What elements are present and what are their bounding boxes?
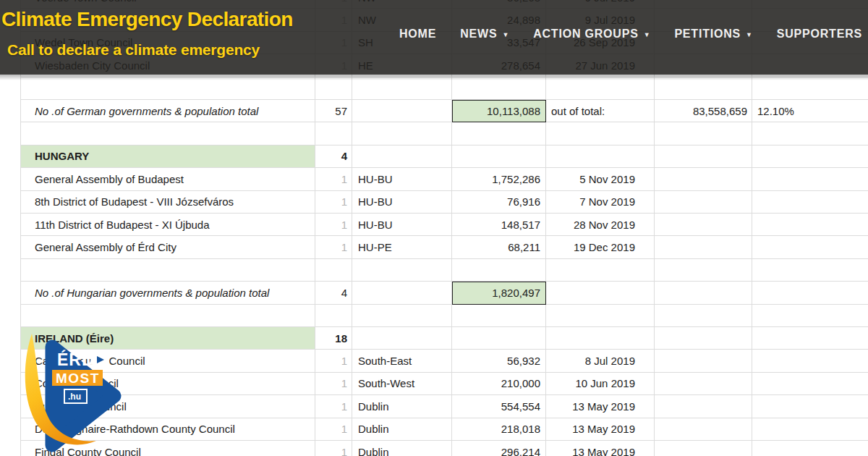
cell-x1[interactable]	[655, 282, 752, 304]
cell-pop[interactable]: 56,932	[452, 350, 546, 372]
cell-x1[interactable]	[655, 236, 752, 258]
cell-name[interactable]	[20, 122, 315, 145]
cell-x2[interactable]	[752, 259, 868, 282]
cell-x1[interactable]	[655, 441, 752, 456]
cell-date[interactable]	[546, 282, 655, 304]
cell-x1[interactable]	[655, 77, 752, 100]
cell-region[interactable]: Dublin	[352, 395, 452, 418]
cell-region[interactable]: South-East	[352, 350, 452, 372]
cell-count[interactable]: 1	[315, 418, 352, 441]
cell-count[interactable]: 1	[315, 373, 352, 395]
cell-region[interactable]: Dublin	[352, 441, 452, 456]
cell-count[interactable]: 1	[315, 168, 352, 190]
cell-region[interactable]	[352, 327, 452, 350]
cell-x1[interactable]	[655, 122, 752, 145]
cell-x2[interactable]	[752, 122, 868, 145]
cell-name[interactable]	[20, 77, 315, 100]
cell-count[interactable]: 1	[315, 236, 352, 258]
cell-date[interactable]: 13 May 2019	[546, 418, 655, 441]
cell-count[interactable]	[315, 305, 352, 327]
nav-item-news[interactable]: NEWS▼	[460, 28, 509, 41]
cell-pop[interactable]: 76,916	[452, 191, 546, 214]
cell-x2[interactable]	[752, 441, 868, 456]
cell-x1[interactable]	[655, 145, 752, 168]
cell-pop[interactable]: 296,214	[452, 441, 546, 456]
cell-x2[interactable]	[752, 395, 868, 418]
cell-x1[interactable]: 83,558,659	[655, 100, 752, 122]
cell-region[interactable]: HU-PE	[352, 236, 452, 258]
nav-item-home[interactable]: HOME	[399, 28, 436, 41]
cell-region[interactable]	[352, 305, 452, 327]
cell-region[interactable]: South-West	[352, 373, 452, 395]
cell-x1[interactable]	[655, 395, 752, 418]
cell-pop[interactable]	[452, 305, 546, 327]
cell-region[interactable]	[352, 145, 452, 168]
cell-x1[interactable]	[655, 214, 752, 236]
cell-x2[interactable]	[752, 350, 868, 372]
cell-pop[interactable]: 1,820,497	[452, 282, 546, 304]
cell-x2[interactable]	[752, 145, 868, 168]
cell-x2[interactable]	[752, 327, 868, 350]
cell-count[interactable]: 1	[315, 191, 352, 214]
cell-pop[interactable]: 10,113,088	[452, 100, 546, 122]
cell-count[interactable]: 4	[315, 282, 352, 304]
cell-region[interactable]	[352, 282, 452, 304]
cell-date[interactable]: 5 Nov 2019	[546, 168, 655, 190]
cell-count[interactable]: 4	[315, 145, 352, 168]
cell-region[interactable]	[352, 122, 452, 145]
cell-name[interactable]: 8th District of Budapest - VIII Józsefvá…	[20, 191, 315, 214]
cell-region[interactable]	[352, 259, 452, 282]
cell-name[interactable]: 11th District of Budapest - XI Újbuda	[20, 214, 315, 236]
cell-date[interactable]: out of total:	[546, 100, 655, 122]
cell-x1[interactable]	[655, 168, 752, 190]
cell-date[interactable]: 13 May 2019	[546, 395, 655, 418]
cell-x2[interactable]	[752, 305, 868, 327]
cell-date[interactable]: 28 Nov 2019	[546, 214, 655, 236]
cell-region[interactable]: HU-BU	[352, 168, 452, 190]
cell-name[interactable]	[20, 305, 315, 327]
cell-region[interactable]: Dublin	[352, 418, 452, 441]
nav-item-supporters[interactable]: SUPPORTERS	[777, 28, 862, 41]
cell-region[interactable]: HU-BU	[352, 214, 452, 236]
cell-x2[interactable]	[752, 418, 868, 441]
cell-date[interactable]: 8 Jul 2019	[546, 350, 655, 372]
cell-x2[interactable]: 12.10%	[752, 100, 868, 122]
cell-count[interactable]	[315, 259, 352, 282]
cell-region[interactable]	[352, 100, 452, 122]
cell-region[interactable]: HU-BU	[352, 191, 452, 214]
cell-x2[interactable]	[752, 168, 868, 190]
cell-pop[interactable]: 148,517	[452, 214, 546, 236]
cell-pop[interactable]: 1,752,286	[452, 168, 546, 190]
cell-date[interactable]: 7 Nov 2019	[546, 191, 655, 214]
cell-x2[interactable]	[752, 373, 868, 395]
cell-x1[interactable]	[655, 350, 752, 372]
cell-pop[interactable]	[452, 145, 546, 168]
cell-date[interactable]	[546, 77, 655, 100]
cell-date[interactable]	[546, 145, 655, 168]
cell-name[interactable]: General Assembly of Budapest	[20, 168, 315, 190]
cell-date[interactable]	[546, 305, 655, 327]
cell-x2[interactable]	[752, 191, 868, 214]
cell-x2[interactable]	[752, 236, 868, 258]
cell-name[interactable]: No .of German governments & population t…	[20, 100, 315, 122]
cell-count[interactable]	[315, 122, 352, 145]
cell-pop[interactable]: 210,000	[452, 373, 546, 395]
cell-date[interactable]: 13 May 2019	[546, 441, 655, 456]
cell-count[interactable]: 1	[315, 350, 352, 372]
cell-pop[interactable]: 554,554	[452, 395, 546, 418]
cell-date[interactable]: 10 Jun 2019	[546, 373, 655, 395]
cell-x1[interactable]	[655, 327, 752, 350]
cell-x2[interactable]	[752, 282, 868, 304]
nav-item-petitions[interactable]: PETITIONS▼	[674, 28, 752, 41]
cell-pop[interactable]	[452, 327, 546, 350]
cell-x1[interactable]	[655, 305, 752, 327]
cell-count[interactable]: 57	[315, 100, 352, 122]
cell-pop[interactable]	[452, 259, 546, 282]
cell-x1[interactable]	[655, 373, 752, 395]
cell-pop[interactable]	[452, 77, 546, 100]
cell-pop[interactable]: 68,211	[452, 236, 546, 258]
cell-x2[interactable]	[752, 77, 868, 100]
cell-name[interactable]: General Assembly of Érd City	[20, 236, 315, 258]
cell-date[interactable]	[546, 327, 655, 350]
cell-x1[interactable]	[655, 418, 752, 441]
